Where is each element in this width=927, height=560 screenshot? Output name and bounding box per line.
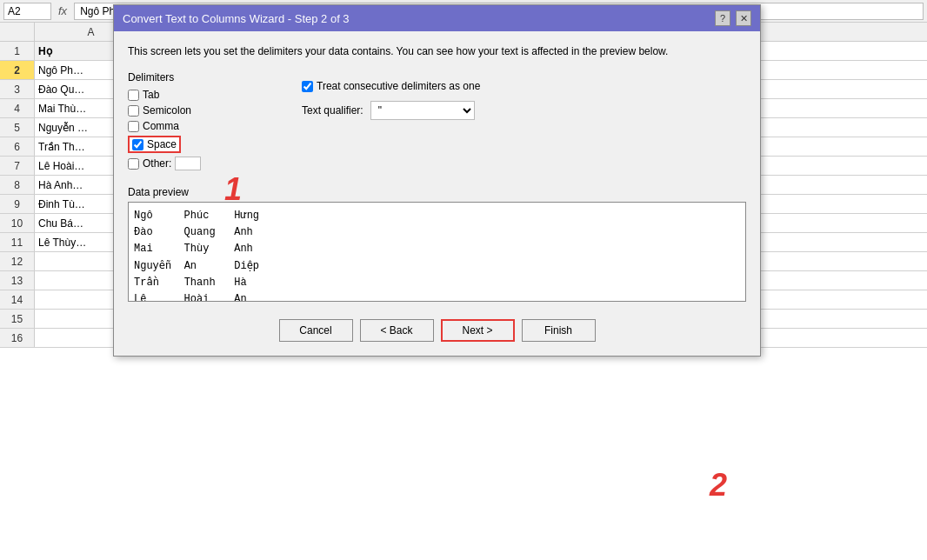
- space-highlight: Space: [128, 136, 181, 153]
- row-header-8: 8: [0, 176, 35, 194]
- delimiter-section: Delimiters Tab Semicolon Comma: [128, 71, 746, 174]
- dialog-help-button[interactable]: ?: [715, 10, 730, 26]
- row-header-6: 6: [0, 137, 35, 156]
- comma-label[interactable]: Comma: [143, 120, 179, 132]
- row-header-1: 1: [0, 42, 35, 60]
- dialog-close-button[interactable]: ✕: [736, 10, 751, 26]
- other-label[interactable]: Other:: [143, 157, 171, 170]
- preview-label: Data preview: [128, 186, 746, 198]
- row-header-7: 7: [0, 157, 35, 175]
- row-header-13: 13: [0, 271, 35, 290]
- delimiters-label: Delimiters: [128, 71, 284, 83]
- dialog-title: Convert Text to Columns Wizard - Step 2 …: [123, 12, 350, 25]
- tab-checkbox-row: Tab: [128, 89, 284, 101]
- semicolon-label[interactable]: Semicolon: [143, 104, 191, 117]
- space-checkbox[interactable]: [132, 139, 143, 150]
- comma-checkbox-row: Comma: [128, 120, 284, 132]
- tab-label[interactable]: Tab: [143, 89, 159, 101]
- row-header-14: 14: [0, 290, 35, 309]
- row-header-10: 10: [0, 214, 35, 232]
- other-input[interactable]: [175, 157, 201, 170]
- other-checkbox-row: Other:: [128, 157, 284, 170]
- row-header-15: 15: [0, 310, 35, 328]
- row-header-16: 16: [0, 329, 35, 347]
- dialog-title-controls: ? ✕: [715, 10, 751, 26]
- dialog-title-bar: Convert Text to Columns Wizard - Step 2 …: [114, 5, 760, 31]
- space-label[interactable]: Space: [147, 138, 177, 150]
- cancel-button[interactable]: Cancel: [279, 319, 353, 342]
- qualifier-label: Text qualifier:: [302, 104, 363, 117]
- other-checkbox[interactable]: [128, 158, 139, 170]
- treat-consecutive-checkbox[interactable]: [302, 81, 313, 92]
- preview-section: Data preview Ngô Phúc Hưng Đào Quang Anh…: [128, 186, 746, 302]
- wizard-dialog: Convert Text to Columns Wizard - Step 2 …: [113, 4, 761, 357]
- row-header-spacer: [0, 23, 35, 41]
- preview-content: Ngô Phúc Hưng Đào Quang Anh Mai Thùy Anh…: [134, 208, 740, 302]
- space-checkbox-row: Space: [128, 136, 284, 153]
- dialog-buttons: Cancel < Back Next > Finish: [128, 312, 746, 345]
- qualifier-row: Text qualifier: " ' {none}: [302, 101, 746, 120]
- row-header-11: 11: [0, 233, 35, 251]
- semicolon-checkbox[interactable]: [128, 105, 139, 117]
- treat-consecutive-label[interactable]: Treat consecutive delimiters as one: [317, 80, 480, 92]
- row-header-12: 12: [0, 252, 35, 270]
- fx-label: fx: [55, 4, 70, 17]
- finish-button[interactable]: Finish: [522, 319, 596, 342]
- dialog-body: This screen lets you set the delimiters …: [114, 31, 760, 356]
- preview-box[interactable]: Ngô Phúc Hưng Đào Quang Anh Mai Thùy Anh…: [128, 202, 746, 302]
- description-text: This screen lets you set the delimiters …: [128, 43, 746, 59]
- cell-ref-box[interactable]: A2: [3, 3, 51, 20]
- semicolon-checkbox-row: Semicolon: [128, 104, 284, 117]
- row-header-3: 3: [0, 80, 35, 98]
- treat-consecutive-row: Treat consecutive delimiters as one: [302, 80, 746, 92]
- row-header-9: 9: [0, 195, 35, 213]
- delimiters-col: Delimiters Tab Semicolon Comma: [128, 71, 284, 174]
- row-header-5: 5: [0, 118, 35, 137]
- back-button[interactable]: < Back: [360, 319, 434, 342]
- tab-checkbox[interactable]: [128, 90, 139, 101]
- options-col: Treat consecutive delimiters as one Text…: [302, 71, 746, 174]
- qualifier-select[interactable]: " ' {none}: [370, 101, 475, 120]
- row-header-4: 4: [0, 99, 35, 117]
- row-header-2: 2: [0, 61, 35, 79]
- next-button[interactable]: Next >: [441, 319, 515, 342]
- comma-checkbox[interactable]: [128, 121, 139, 132]
